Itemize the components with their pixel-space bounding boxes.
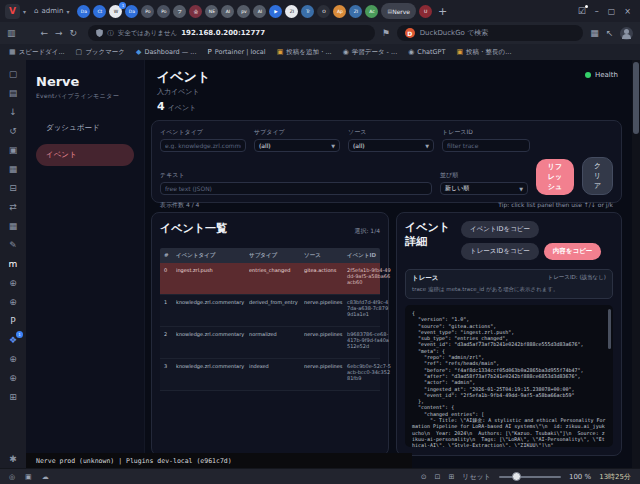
clear-button[interactable]: クリア (582, 157, 613, 195)
capture-target-icon[interactable]: ⊙ (421, 473, 427, 481)
browser-tab[interactable]: Ac (365, 5, 378, 18)
search-field[interactable]: D DuckDuckGo で検索 (397, 25, 584, 41)
browser-tab[interactable]: Tr (301, 5, 314, 18)
tiling-icon[interactable]: ⊞ (448, 473, 454, 481)
panel-icon[interactable]: ⊕ (6, 276, 20, 290)
panel-icon[interactable]: ⊞ (6, 390, 20, 404)
event-row[interactable]: 0 ingest.zrl.push entries_changed gitea.… (160, 263, 380, 295)
scrollbar-thumb[interactable] (633, 62, 639, 134)
sort-select[interactable]: 新しい順 ▼ (440, 182, 528, 195)
bookmark-item[interactable]: P Portainer | local (207, 48, 265, 56)
panel-icon[interactable]: ▣ (6, 143, 20, 157)
zoom-slider[interactable] (499, 476, 561, 478)
browser-tab[interactable]: AI (253, 5, 266, 18)
chevron-down-icon[interactable]: ▾ (23, 8, 26, 15)
panel-icon[interactable]: ✎ (6, 238, 20, 252)
browser-tab[interactable]: AI (221, 5, 234, 18)
panel-icon[interactable]: ⊕ (6, 371, 20, 385)
reload-icon[interactable]: ↻ (70, 28, 78, 38)
refresh-button[interactable]: リフレッシュ (536, 159, 574, 195)
close-button[interactable]: × (624, 7, 631, 16)
zoom-slider-knob[interactable] (512, 472, 521, 481)
event-row[interactable]: 3 knowledge.zrl.commentary indexed nerve… (160, 359, 380, 391)
browser-tab[interactable]: フ (173, 5, 186, 18)
tasks-icon[interactable]: ☑ (578, 6, 586, 16)
sidebar-nav-item[interactable]: イベント (36, 144, 134, 166)
pointer-icon[interactable]: ↖ (606, 28, 614, 38)
copy-content-button[interactable]: 内容をコピー (544, 243, 601, 260)
browser-tab[interactable]: ZI (349, 5, 362, 18)
bookmark-item[interactable]: ▣ 投稿を追加・... (277, 48, 332, 57)
browser-tab[interactable]: W1 (109, 5, 122, 18)
sub-type-select[interactable]: (all) ▼ (254, 139, 340, 152)
profile-chip[interactable]: ⌂ admin ▾ (29, 5, 74, 17)
panel-icon[interactable]: ⊕ (6, 352, 20, 366)
event-list-panel[interactable]: イベント一覧 選択: 1/4 # イベントタイプ サブタイプ ソース イベントI… (151, 212, 389, 456)
browser-profile-avatar[interactable] (620, 27, 633, 40)
bookmark-flag-icon[interactable]: ⚑ (382, 28, 390, 38)
browser-tab[interactable]: ▶ (269, 5, 282, 18)
vivaldi-menu-icon[interactable]: V (5, 4, 20, 19)
browser-tab[interactable]: NE (205, 5, 218, 18)
sync-status-icon[interactable]: ◎ (9, 473, 15, 481)
panel-toggle-icon[interactable]: ▥ (7, 28, 16, 38)
maximize-button[interactable]: ▢ (608, 7, 616, 16)
browser-tab[interactable]: Ct (93, 5, 106, 18)
browser-tab[interactable]: O (317, 5, 330, 18)
copy-event-id-button[interactable]: イベントIDをコピー (461, 221, 539, 238)
back-icon[interactable]: ← (41, 28, 49, 38)
panel-icon[interactable]: ⇄ (6, 200, 20, 214)
panel-icon[interactable]: ▦ (6, 162, 20, 176)
panel-icon[interactable]: ▢ (6, 67, 20, 81)
capture-area-icon[interactable]: ⊡ (435, 473, 441, 481)
event-row[interactable]: 2 knowledge.zrl.commentary normalized ne… (160, 327, 380, 359)
browser-tab[interactable]: pv (237, 5, 250, 18)
json-scrollbar-thumb[interactable] (608, 309, 611, 349)
forward-icon[interactable]: → (55, 28, 63, 38)
browser-tab[interactable]: Po (141, 5, 154, 18)
browser-tab[interactable]: Ap (333, 5, 346, 18)
browser-tab[interactable]: U (419, 5, 432, 18)
browser-tab[interactable]: ZI (285, 5, 298, 18)
wallet-icon[interactable]: ▦ (590, 28, 599, 38)
panel-icon[interactable]: ❖ 1 (6, 333, 20, 347)
panel-icon[interactable]: ▤ (6, 86, 20, 100)
trace-id-input[interactable] (442, 139, 530, 152)
bookmark-item[interactable]: ◉ 学習データ - ... (343, 48, 398, 57)
event-row[interactable]: 1 knowledge.zrl.commentary derived_from_… (160, 295, 380, 327)
zoom-reset-button[interactable]: リセット (462, 472, 491, 482)
json-viewer[interactable]: { "version": "1.0", "source": "gitea.act… (405, 305, 613, 447)
bookmark-item[interactable]: ▦ スピードダイ... (9, 48, 65, 57)
panel-glyph: ⊕ (9, 278, 17, 288)
panel-icon[interactable]: ⊟ (6, 181, 20, 195)
text-input[interactable] (160, 182, 432, 195)
event-type-input[interactable] (160, 139, 246, 152)
browser-tab[interactable]: Da (77, 5, 90, 18)
row-index: 2 (164, 331, 173, 354)
bookmark-item[interactable]: ▢ ブックマーク (76, 48, 125, 57)
bookmark-item[interactable]: ▣ 投稿・整長の... (456, 48, 511, 57)
cloud-icon[interactable]: ☁ (42, 473, 49, 481)
minimize-button[interactable]: – (595, 7, 599, 16)
page-scrollbar[interactable] (632, 60, 640, 468)
sidebar-nav-item[interactable]: ダッシュボード (36, 117, 134, 139)
copy-trace-id-button[interactable]: トレースIDをコピー (461, 243, 539, 260)
address-field[interactable]: ⓘ 安全ではありません 192.168.0.200:12777 (88, 25, 374, 41)
panel-icon[interactable]: m (6, 257, 20, 271)
panel-icon[interactable]: P (6, 314, 20, 328)
panel-icon[interactable]: ▦ (6, 219, 20, 233)
panel-icon[interactable]: ⊕ (6, 295, 20, 309)
panel-icon[interactable]: ↓ (6, 105, 20, 119)
new-tab-button[interactable]: + (438, 5, 447, 18)
browser-tab[interactable]: 会 (189, 5, 202, 18)
bookmark-item[interactable]: ◉ ChatGPT (408, 48, 445, 56)
browser-tab[interactable]: Po (157, 5, 170, 18)
bookmark-item[interactable]: ◆ Dashboard — ... (136, 48, 197, 56)
row-source: nerve.pipelines (304, 363, 344, 386)
panel-icon[interactable]: ↺ (6, 124, 20, 138)
browser-tab[interactable]: Da (125, 5, 138, 18)
image-toggle-icon[interactable]: ▣ (25, 473, 32, 481)
browser-tab[interactable]: Nerve (381, 3, 416, 19)
settings-gear-icon[interactable]: ✱ (9, 454, 17, 464)
source-select[interactable]: (all) ▼ (348, 139, 434, 152)
